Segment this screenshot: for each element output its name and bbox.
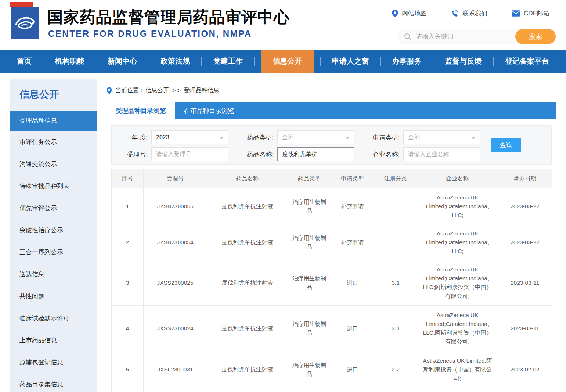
search-button[interactable]: 搜索 [515, 29, 556, 44]
results-table: 序号受理号药品名称药品类型申请类型注册分类企业名称承办日期1JYSB230005… [111, 169, 552, 392]
nav-item-3[interactable]: 政策法规 [155, 50, 195, 73]
cell: 2023-02-02 [498, 351, 552, 388]
cell: 补充申请 [331, 224, 374, 260]
site-search: 搜索 [398, 29, 556, 44]
cell: AstraZeneca UK Limited;阿斯利康投资（中国）有限公司; [417, 351, 498, 388]
sidebar-item-1[interactable]: 审评任务公示 [10, 131, 97, 153]
nav-separator [43, 57, 43, 66]
nav-item-9[interactable]: 登记备案平台 [500, 50, 554, 73]
breadcrumb-section[interactable]: 信息公开 [145, 87, 169, 94]
cell: 治疗用生物制品 [288, 260, 331, 306]
nav-separator [433, 57, 433, 66]
column-header: 药品名称 [207, 169, 288, 188]
table-row: 1JYSB2300055度伐利尤单抗注射液治疗用生物制品补充申请AstraZen… [112, 188, 552, 224]
site-title-cn: 国家药品监督管理局药品审评中心 [47, 7, 290, 28]
phone-icon [451, 10, 459, 17]
red-marker [10, 2, 33, 7]
cell [374, 388, 417, 392]
cell: 2023-03-11 [498, 260, 552, 306]
cell: 治疗用生物制品 [288, 224, 331, 260]
apply-type-label: 申请类型: [361, 133, 403, 142]
filter-row-2: 受理号: 请输入受理号 药品名称: 度伐利尤单抗 企业名称: 请输入企业名称 [112, 147, 487, 161]
drug-type-select[interactable]: 全部 [277, 130, 354, 144]
cell: 进口 [331, 351, 374, 388]
sidebar-list: 受理品种信息审评任务公示沟通交流公示特殊审批品种列表优先审评公示突破性治疗公示三… [10, 111, 97, 392]
filter-panel: 年 度: 2023 药品类型: 全部 申请类型: 全部 受理号: 请输入受理号 … [111, 125, 552, 165]
tab-1[interactable]: 在审品种目录浏览 [175, 102, 243, 119]
sidebar-item-11[interactable]: 原辅包登记信息 [10, 352, 97, 374]
mail-link[interactable]: CDE邮箱 [512, 9, 549, 18]
contact-link[interactable]: 联系我们 [451, 9, 487, 18]
column-header: 承办日期 [498, 169, 552, 188]
nav-item-0[interactable]: 首页 [12, 50, 37, 73]
nav-item-6[interactable]: 申请人之窗 [327, 50, 374, 73]
location-pin-icon [392, 10, 398, 18]
table-row: 2JYSB2300054度伐利尤单抗注射液治疗用生物制品补充申请AstraZen… [112, 224, 552, 260]
sidebar-item-5[interactable]: 突破性治疗公示 [10, 219, 97, 241]
column-header: 药品类型 [288, 169, 331, 188]
breadcrumb-pin-icon [107, 87, 112, 94]
cell: 治疗用生物制品 [288, 188, 331, 224]
sidebar-item-7[interactable]: 送达信息 [10, 263, 97, 285]
search-icon [404, 33, 411, 40]
table-row: 5JXSL2300031度伐利尤单抗注射液治疗用生物制品进口2.2AstraZe… [112, 351, 552, 388]
drug-name-input[interactable]: 度伐利尤单抗 [277, 147, 354, 161]
nav-separator [320, 57, 321, 66]
sidebar-item-2[interactable]: 沟通交流公示 [10, 153, 97, 175]
sidebar: 信息公开 受理品种信息审评任务公示沟通交流公示特殊审批品种列表优先审评公示突破性… [10, 79, 97, 392]
drug-name-value: 度伐利尤单抗 [282, 151, 317, 158]
nav-item-2[interactable]: 新闻中心 [102, 50, 142, 73]
nav-separator [96, 57, 96, 66]
logo-swirl-icon [14, 12, 36, 35]
sidebar-item-8[interactable]: 共性问题 [10, 285, 97, 308]
cell: 3 [112, 260, 144, 306]
sitemap-label: 网站地图 [402, 9, 427, 18]
nav-item-7[interactable]: 办事服务 [387, 50, 427, 73]
table-header-row: 序号受理号药品名称药品类型申请类型注册分类企业名称承办日期 [112, 169, 552, 188]
apply-type-select[interactable]: 全部 [403, 130, 480, 144]
nav-item-4[interactable]: 党建工作 [208, 50, 248, 73]
cell: 5 [112, 351, 144, 388]
sitemap-link[interactable]: 网站地图 [392, 9, 427, 18]
cell: 2023-03-11 [498, 306, 552, 351]
nav-separator [254, 57, 255, 66]
year-value: 2023 [156, 134, 169, 141]
cell [417, 388, 498, 392]
sidebar-item-4[interactable]: 优先审评公示 [10, 197, 97, 219]
year-select[interactable]: 2023 [151, 130, 228, 144]
company-input[interactable]: 请输入企业名称 [403, 147, 480, 161]
sidebar-item-3[interactable]: 特殊审批品种列表 [10, 175, 97, 197]
cell: JYSB2300054 [144, 224, 207, 260]
sidebar-item-10[interactable]: 上市药品信息 [10, 330, 97, 352]
site-title-en: CENTER FOR DRUG EVALUATION, NMPA [48, 29, 252, 39]
cell [288, 388, 331, 392]
nav-item-8[interactable]: 监督与反馈 [440, 50, 487, 73]
accept-no-placeholder: 请输入受理号 [156, 151, 191, 158]
cell: 2023-03-22 [498, 224, 552, 260]
cell: 度伐利尤单抗注射液 [207, 306, 288, 351]
cell: JXSS2300025 [144, 260, 207, 306]
nav-separator [201, 57, 202, 66]
nav-separator [149, 57, 149, 66]
tab-0[interactable]: 受理品种目录浏览 [107, 102, 175, 119]
sidebar-item-12[interactable]: 药品目录集信息 [10, 374, 97, 392]
query-button[interactable]: 查询 [491, 138, 521, 152]
scroll-edge-line [563, 75, 563, 392]
cell: 度伐利尤单抗注射液 [207, 351, 288, 388]
sidebar-item-6[interactable]: 三合一序列公示 [10, 241, 97, 263]
sidebar-item-9[interactable]: 临床试验默示许可 [10, 308, 97, 330]
sidebar-item-0[interactable]: 受理品种信息 [10, 111, 97, 131]
cell [331, 388, 374, 392]
nav-item-5[interactable]: 信息公开 [261, 50, 314, 73]
cell: AstraZeneca UK Limited;Catalent Indiana,… [417, 260, 498, 306]
accept-no-label: 受理号: [112, 150, 151, 159]
nav-item-1[interactable]: 机构职能 [50, 50, 90, 73]
chevron-down-icon [345, 137, 350, 139]
cell: 1 [112, 188, 144, 224]
search-input[interactable] [411, 33, 515, 40]
chevron-down-icon [219, 137, 224, 139]
apply-type-value: 全部 [408, 134, 420, 141]
main-nav: 首页机构职能新闻中心政策法规党建工作信息公开申请人之窗办事服务监督与反馈登记备案… [0, 50, 566, 73]
cell: 治疗用生物制品 [288, 306, 331, 351]
accept-no-input[interactable]: 请输入受理号 [151, 147, 228, 161]
